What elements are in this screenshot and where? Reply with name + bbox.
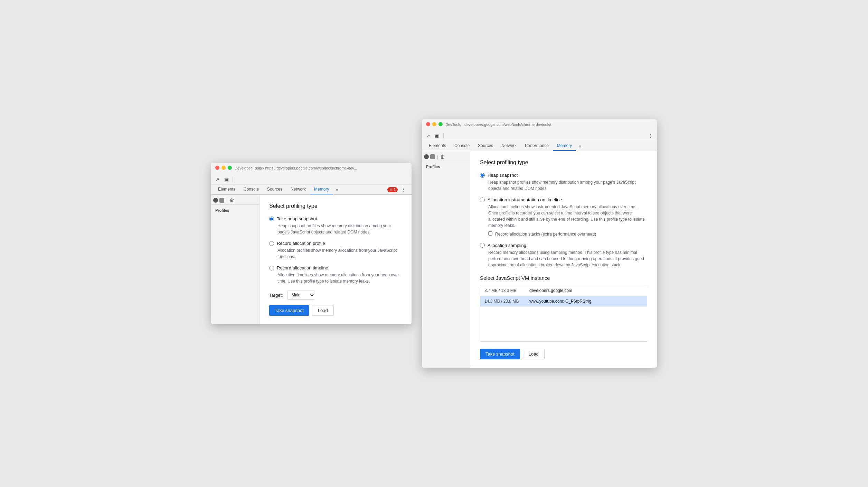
tab-network-1[interactable]: Network <box>286 185 310 194</box>
record-btn-2[interactable] <box>424 154 429 159</box>
more-icon-2[interactable]: ⋮ <box>647 132 654 139</box>
option-label-3[interactable]: Record allocation timeline <box>277 265 328 270</box>
tab-console-1[interactable]: Console <box>239 185 263 194</box>
divider-2 <box>443 133 444 139</box>
option-header-w2-3: Allocation sampling <box>480 243 647 248</box>
mobile-icon-1[interactable]: ▣ <box>223 176 230 183</box>
option-header-2: Record allocation profile <box>269 241 402 246</box>
option-label-w2-2[interactable]: Allocation instrumentation on timeline <box>488 197 562 202</box>
content-area-1: Select profiling type Take heap snapshot… <box>260 195 412 324</box>
devtools-window-1: Developer Tools - https://developers.goo… <box>211 163 412 324</box>
clear-btn-2[interactable]: 🗑 <box>440 154 445 159</box>
content-area-2: Select profiling type Heap snapshot Heap… <box>470 151 657 368</box>
option-desc-2: Allocation profiles show memory allocati… <box>277 247 402 260</box>
target-label-1: Target: <box>269 293 283 298</box>
vm-row-2[interactable]: 14.3 MB / 23.8 MB www.youtube.com: G_P6r… <box>480 296 647 307</box>
radio-allocation-sampling-2[interactable] <box>480 243 485 248</box>
window2-header: DevTools - developers.google.com/web/too… <box>422 119 657 151</box>
profiling-option-2: Record allocation profile Allocation pro… <box>269 241 402 260</box>
minimize-btn-1[interactable] <box>221 166 226 170</box>
vm-size-1: 8.7 MB / 13.3 MB <box>484 288 522 293</box>
inspector-bar-1: ↗ ▣ <box>211 175 412 185</box>
tab-console-2[interactable]: Console <box>450 141 474 151</box>
target-select-1[interactable]: Main <box>287 291 315 300</box>
checkbox-option-w2-2: Record allocation stacks (extra performa… <box>488 231 647 237</box>
section-title-2: Select profiling type <box>480 159 647 166</box>
record-btn-1[interactable] <box>213 198 218 203</box>
checkbox-alloc-stacks[interactable] <box>488 231 492 236</box>
vm-name-2: www.youtube.com: G_P6rpRSr4g <box>529 299 591 304</box>
maximize-btn-2[interactable] <box>438 122 443 126</box>
option-desc-w2-3: Record memory allocations using sampling… <box>488 249 647 268</box>
tab-more-2[interactable]: » <box>576 142 584 151</box>
mobile-icon-2[interactable]: ▣ <box>434 132 441 139</box>
sidebar-toolbar-2: | 🗑 <box>422 153 470 161</box>
option-header-1: Take heap snapshot <box>269 216 402 221</box>
minimize-btn-2[interactable] <box>432 122 436 126</box>
window-url-1: Developer Tools - https://developers.goo… <box>235 166 357 170</box>
stop-btn-1[interactable] <box>219 198 224 203</box>
devtools-body-2: | 🗑 Profiles Select profiling type Heap … <box>422 151 657 368</box>
tab-elements-2[interactable]: Elements <box>425 141 450 151</box>
option-desc-w2-1: Heap snapshot profiles show memory distr… <box>488 179 647 192</box>
section-title-1: Select profiling type <box>269 203 402 209</box>
tab-sources-2[interactable]: Sources <box>474 141 497 151</box>
option-label-2[interactable]: Record allocation profile <box>277 241 325 246</box>
vm-table: 8.7 MB / 13.3 MB developers.google.com 1… <box>480 285 647 342</box>
close-btn-1[interactable] <box>215 166 219 170</box>
tab-sources-1[interactable]: Sources <box>263 185 286 194</box>
radio-allocation-timeline-1[interactable] <box>269 266 274 270</box>
clear-btn-1[interactable]: 🗑 <box>229 197 234 203</box>
tab-performance-2[interactable]: Performance <box>521 141 553 151</box>
profiling-option-w2-2: Allocation instrumentation on timeline A… <box>480 197 647 237</box>
profiling-option-w2-3: Allocation sampling Record memory alloca… <box>480 243 647 268</box>
checkbox-label-alloc-stacks[interactable]: Record allocation stacks (extra performa… <box>495 231 596 237</box>
window-url-2: DevTools - developers.google.com/web/too… <box>445 122 551 127</box>
option-header-w2-1: Heap snapshot <box>480 173 647 178</box>
take-snapshot-btn-2[interactable]: Take snapshot <box>480 349 520 359</box>
tabs-row-2: Elements Console Sources Network Perform… <box>422 141 657 151</box>
option-label-w2-3[interactable]: Allocation sampling <box>488 243 526 248</box>
radio-heap-snapshot-2[interactable] <box>480 173 485 178</box>
action-buttons-1: Take snapshot Load <box>269 305 402 316</box>
cursor-icon-1[interactable]: ↗ <box>214 176 221 183</box>
profiling-option-1: Take heap snapshot Heap snapshot profile… <box>269 216 402 235</box>
sidebar-1: | 🗑 Profiles <box>211 195 260 324</box>
tabs-row-1: Elements Console Sources Network Memory … <box>211 185 412 195</box>
tab-elements-1[interactable]: Elements <box>214 185 239 194</box>
stop-btn-2[interactable] <box>430 154 435 159</box>
tab-more-1[interactable]: » <box>333 185 341 194</box>
tab-network-2[interactable]: Network <box>497 141 521 151</box>
divider-1 <box>233 177 233 182</box>
devtools-body-1: | 🗑 Profiles Select profiling type Take … <box>211 195 412 324</box>
sidebar-label-2: Profiles <box>422 161 470 171</box>
error-count-1: 1 <box>394 187 396 192</box>
close-btn-2[interactable] <box>426 122 430 126</box>
vm-section-title: Select JavaScript VM instance <box>480 275 647 281</box>
load-btn-2[interactable]: Load <box>523 349 545 359</box>
radio-allocation-profile-1[interactable] <box>269 241 274 246</box>
profiling-option-3: Record allocation timeline Allocation ti… <box>269 265 402 284</box>
tab-memory-2[interactable]: Memory <box>553 141 576 151</box>
inspector-bar-2: ↗ ▣ ⋮ <box>422 131 657 141</box>
window-controls-2 <box>426 122 443 126</box>
vm-row-1[interactable]: 8.7 MB / 13.3 MB developers.google.com <box>480 285 647 296</box>
more-icon-1[interactable]: ⋮ <box>400 186 407 193</box>
option-label-1[interactable]: Take heap snapshot <box>277 216 317 221</box>
error-badge-1: ✕ 1 <box>387 187 398 192</box>
option-desc-3: Allocation timelines show memory allocat… <box>277 272 402 284</box>
sidebar-label-1: Profiles <box>211 205 259 214</box>
option-desc-1: Heap snapshot profiles show memory distr… <box>277 223 402 235</box>
window-controls-1 <box>215 166 232 170</box>
radio-allocation-timeline-2[interactable] <box>480 197 485 202</box>
option-header-3: Record allocation timeline <box>269 265 402 270</box>
radio-heap-snapshot-1[interactable] <box>269 217 274 221</box>
cursor-icon-2[interactable]: ↗ <box>425 132 432 139</box>
error-icon-1: ✕ <box>389 187 393 192</box>
tab-memory-1[interactable]: Memory <box>310 185 333 194</box>
take-snapshot-btn-1[interactable]: Take snapshot <box>269 305 309 316</box>
load-btn-1[interactable]: Load <box>312 305 334 316</box>
maximize-btn-1[interactable] <box>228 166 232 170</box>
option-label-w2-1[interactable]: Heap snapshot <box>488 173 518 178</box>
profiling-option-w2-1: Heap snapshot Heap snapshot profiles sho… <box>480 173 647 192</box>
